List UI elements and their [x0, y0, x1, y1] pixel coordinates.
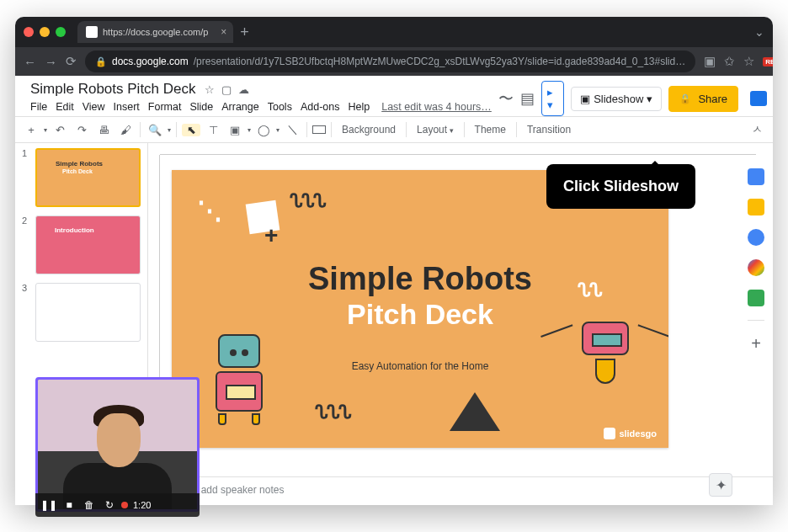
document-title[interactable]: Simple Robots Pitch Deck — [30, 81, 196, 98]
loom-stop-button[interactable]: ■ — [61, 497, 77, 513]
filmstrip-item[interactable]: 1 Simple Robots Pitch Deck — [22, 148, 141, 207]
menu-help[interactable]: Help — [348, 101, 370, 113]
comment-tool[interactable] — [312, 125, 326, 134]
side-panel: + — [739, 160, 773, 354]
zoom-button[interactable]: 🔍 — [146, 124, 164, 136]
menu-format[interactable]: Format — [148, 101, 182, 113]
new-slide-button[interactable]: + — [22, 124, 40, 136]
loom-camera-overlay[interactable] — [35, 377, 200, 512]
tab-overflow-icon[interactable]: ⌄ — [754, 25, 764, 39]
undo-button[interactable]: ↶ — [51, 124, 69, 136]
attribution-badge: slidesgo — [604, 428, 657, 439]
layout-button[interactable]: Layout — [412, 124, 459, 136]
maps-icon[interactable] — [748, 290, 764, 306]
decor-zigzag: ᔐᔐᔐ — [290, 190, 325, 211]
thumbnail-slide-3[interactable] — [35, 283, 141, 342]
theme-button[interactable]: Theme — [470, 124, 511, 136]
slide-title-line1: Simple Robots — [172, 261, 668, 297]
new-tab-button[interactable]: + — [240, 24, 249, 41]
image-tool[interactable]: ▣ — [226, 124, 244, 136]
menu-arrange[interactable]: Arrange — [221, 101, 258, 113]
browser-tab[interactable]: https://docs.google.com/p × — [77, 21, 233, 43]
speaker-notes[interactable]: Click to add speaker notes — [148, 476, 773, 505]
window-controls[interactable] — [24, 27, 66, 37]
menu-view[interactable]: View — [83, 101, 105, 113]
maximize-window-icon[interactable] — [56, 27, 66, 37]
filmstrip-item[interactable]: 3 — [22, 283, 141, 342]
menu-slide[interactable]: Slide — [189, 101, 213, 113]
close-window-icon[interactable] — [24, 27, 34, 37]
robot-right-illustration — [567, 322, 643, 414]
browser-tab-strip: https://docs.google.com/p × + ⌄ — [15, 17, 773, 47]
meet-camera-icon[interactable] — [750, 91, 767, 106]
back-icon[interactable]: ← — [24, 55, 36, 69]
shape-tool[interactable]: ◯ — [254, 124, 273, 136]
url-host: docs.google.com — [112, 56, 189, 67]
keep-icon[interactable] — [748, 199, 764, 215]
slideshow-button[interactable]: ▣ Slideshow ▾ — [571, 87, 662, 111]
slide-number: 2 — [22, 215, 30, 274]
browser-toolbar: ← → ⟳ 🔒 docs.google.com/presentation/d/1… — [15, 47, 773, 76]
paint-format-button[interactable]: 🖌 — [116, 124, 135, 136]
bookmark-icon[interactable]: ✩ — [724, 54, 735, 69]
star-doc-icon[interactable]: ☆ — [205, 83, 215, 96]
comments-icon[interactable]: ▤ — [520, 89, 535, 108]
menu-addons[interactable]: Add-ons — [301, 101, 340, 113]
textbox-tool[interactable]: ⊤ — [204, 124, 222, 136]
reload-icon[interactable]: ⟳ — [66, 54, 77, 69]
menu-edit[interactable]: Edit — [56, 101, 74, 113]
print-button[interactable]: 🖶 — [94, 124, 113, 136]
thumbnail-slide-2[interactable]: Introduction — [35, 215, 141, 274]
move-doc-icon[interactable]: ▢ — [221, 83, 232, 96]
redo-button[interactable]: ↷ — [72, 124, 91, 136]
thumbnail-slide-1[interactable]: Simple Robots Pitch Deck — [35, 148, 141, 207]
menu-bar: File Edit View Insert Format Slide Arran… — [30, 101, 492, 113]
loom-delete-button[interactable]: 🗑 — [81, 497, 98, 513]
loom-controls: ❚❚ ■ 🗑 ↻ 1:20 — [35, 493, 200, 517]
favicon-icon — [86, 26, 98, 38]
filmstrip-item[interactable]: 2 Introduction — [22, 215, 141, 274]
decor-zigzag: ᔐᔐᔐ — [315, 402, 350, 423]
star-icon[interactable]: ☆ — [743, 54, 754, 69]
tasks-icon[interactable] — [748, 229, 764, 246]
background-button[interactable]: Background — [337, 124, 401, 136]
cast-icon[interactable]: ▣ — [704, 54, 716, 69]
last-edit-link[interactable]: Last edit was 4 hours… — [381, 101, 492, 113]
forward-icon[interactable]: → — [45, 55, 57, 69]
add-addon-icon[interactable]: + — [751, 334, 761, 354]
callout-text: Click Slideshow — [563, 178, 679, 194]
loom-timer: 1:20 — [133, 500, 151, 510]
robot-left-illustration — [205, 334, 273, 427]
share-button[interactable]: Share — [668, 86, 738, 112]
contacts-icon[interactable] — [748, 259, 764, 276]
app-header: Simple Robots Pitch Deck ☆ ▢ ☁ File Edit… — [15, 76, 773, 116]
toolbar: +▾ ↶ ↷ 🖶 🖌 🔍▾ ⬉ ⊤ ▣▾ ◯▾ ＼ Background Lay… — [15, 116, 773, 143]
minimize-window-icon[interactable] — [40, 27, 50, 37]
present-dropdown-button[interactable]: ▸ ▾ — [541, 81, 564, 116]
calendar-icon[interactable] — [748, 168, 764, 185]
horizontal-ruler — [160, 143, 756, 155]
explore-trend-icon[interactable]: 〜 — [498, 88, 514, 109]
cloud-status-icon[interactable]: ☁ — [238, 83, 249, 96]
close-tab-icon[interactable]: × — [221, 26, 226, 38]
loom-pause-button[interactable]: ❚❚ — [40, 497, 57, 513]
menu-file[interactable]: File — [30, 101, 47, 113]
collapse-menu-icon[interactable]: ㅅ — [748, 122, 766, 137]
line-tool[interactable]: ＼ — [283, 122, 301, 137]
lock-icon: 🔒 — [95, 56, 107, 67]
tab-title: https://docs.google.com/p — [103, 27, 208, 37]
select-tool[interactable]: ⬉ — [182, 124, 200, 136]
rec-badge-icon[interactable]: REC — [763, 57, 773, 66]
menu-insert[interactable]: Insert — [114, 101, 140, 113]
loom-restart-button[interactable]: ↻ — [101, 497, 118, 513]
address-bar[interactable]: 🔒 docs.google.com/presentation/d/1y7LSB2… — [85, 51, 695, 72]
slide-canvas[interactable]: ᔐᔐᔐ + ⋱ ᔐᔐ ᔐᔐᔐ Simple Robots Pitch Deck … — [172, 170, 668, 448]
transition-button[interactable]: Transition — [522, 124, 576, 136]
explore-button[interactable]: ✦ — [709, 473, 732, 497]
decor-triangle — [450, 392, 500, 431]
menu-tools[interactable]: Tools — [268, 101, 292, 113]
slide-number: 1 — [22, 148, 30, 207]
decor-dots: ⋱ — [197, 195, 222, 225]
url-path: /presentation/d/1y7LSB2UfbctqH8MptWzMUwe… — [194, 56, 685, 67]
recording-indicator-icon — [121, 502, 128, 508]
